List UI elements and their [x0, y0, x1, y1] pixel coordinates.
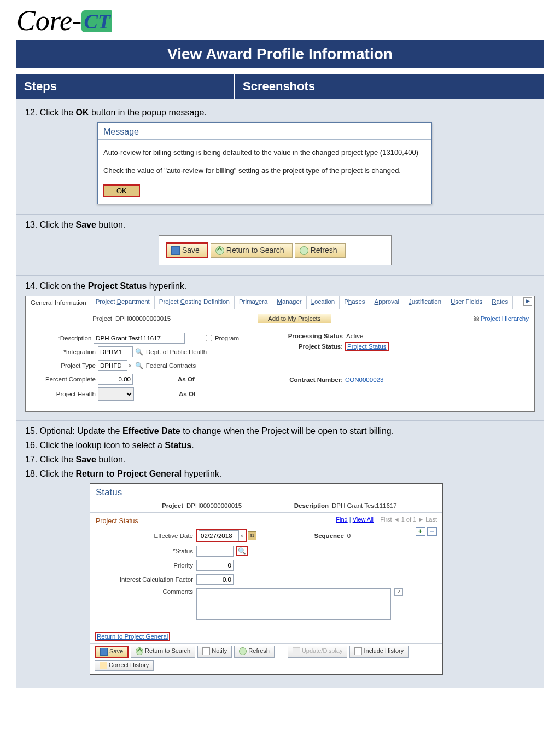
percent-complete-input[interactable]	[98, 374, 133, 385]
processing-status-label: Processing Status	[272, 333, 345, 339]
tab-project-department[interactable]: Project Department	[91, 296, 155, 309]
status-lookup-icon[interactable]: 🔍	[236, 546, 248, 556]
logo-core: Core-	[16, 5, 81, 36]
sp-project-label: Project	[96, 502, 186, 509]
pager-next-icon: ►	[418, 516, 425, 523]
header-screenshots: Screenshots	[235, 74, 544, 99]
page-title: View Award Profile Information	[16, 40, 544, 68]
tab-primavera[interactable]: Primavera	[235, 296, 272, 309]
contract-number-label: Contract Number:	[272, 377, 345, 383]
tab-justification[interactable]: Justification	[404, 296, 446, 309]
save-icon	[171, 246, 180, 255]
tab-user-fields[interactable]: User Fields	[446, 296, 487, 309]
status-title: Status	[90, 484, 442, 499]
refresh-button[interactable]: Refresh	[295, 243, 346, 258]
popup-message: Message Auto-review for billing setting …	[97, 122, 432, 204]
comments-label: Comments	[96, 588, 196, 595]
tabs: General Information Project Department P…	[26, 296, 534, 309]
find-link[interactable]: Find	[336, 516, 347, 523]
sp-desc-value: DPH Grant Test111617	[332, 502, 397, 509]
sp-project-value: DPH000000000015	[186, 502, 285, 509]
sequence-value: 0	[347, 532, 351, 539]
popup-line2: Check the value of "auto-review for bill…	[103, 166, 426, 175]
percent-complete-label: Percent Complete	[31, 376, 98, 383]
contract-number-link[interactable]: CON0000023	[345, 377, 383, 383]
comments-popout-icon[interactable]: ↗	[394, 588, 403, 596]
save-icon	[100, 648, 108, 656]
footer-save-button[interactable]: Save	[95, 646, 129, 658]
update-icon	[293, 647, 300, 655]
return-icon	[215, 246, 224, 255]
footer-return-button[interactable]: Return to Search	[131, 646, 195, 658]
tab-location[interactable]: Location	[307, 296, 340, 309]
tabs-scroll-right-icon[interactable]: ▶	[523, 297, 532, 306]
footer-refresh-button[interactable]: Refresh	[234, 646, 275, 658]
viewall-link[interactable]: View All	[353, 516, 374, 523]
return-to-project-general-link[interactable]: Return to Project General	[97, 633, 168, 640]
footer-include-history-button[interactable]: Include History	[349, 646, 409, 658]
program-label: Program	[215, 335, 239, 341]
status-panel: Status Project DPH000000000015 Descripti…	[90, 483, 443, 675]
project-type-input[interactable]	[98, 360, 127, 371]
pager-last: Last	[425, 516, 437, 523]
step14-prefix: 14. Click on the	[25, 281, 88, 291]
ok-button[interactable]: OK	[103, 184, 140, 197]
notify-icon	[202, 647, 210, 655]
step14-suffix: hyperlink.	[147, 281, 186, 291]
tab-manager[interactable]: Manager	[272, 296, 306, 309]
footer-notify-button[interactable]: Notify	[197, 646, 232, 658]
project-health-select[interactable]	[98, 387, 134, 401]
status-field-label: *Status	[96, 548, 196, 554]
description-label: *Description	[31, 335, 94, 341]
logo-ct: CT	[81, 10, 112, 34]
eff-clear-icon[interactable]: ×	[240, 533, 243, 539]
calendar-icon[interactable]: 31	[248, 531, 256, 540]
tab-project-costing-definition[interactable]: Project Costing Definition	[155, 296, 235, 309]
tab-general-information[interactable]: General Information	[26, 297, 91, 309]
step-12: 12. Click the OK button in the popup mes…	[16, 102, 544, 211]
footer-correct-history-button[interactable]: Correct History	[95, 660, 154, 671]
comments-textarea[interactable]	[196, 588, 391, 620]
project-status-label: Project Status:	[272, 343, 345, 350]
step-14: 14. Click on the Project Status hyperlin…	[16, 275, 544, 417]
step12-bold: OK	[75, 108, 89, 117]
add-to-my-projects-button[interactable]: Add to My Projects	[258, 314, 331, 323]
pager-prev-icon: ◄	[394, 516, 401, 523]
refresh-icon	[239, 647, 247, 655]
asof-1: As Of	[178, 376, 195, 383]
popup-title: Message	[98, 123, 431, 140]
step14-bold: Project Status	[88, 281, 147, 291]
sp-desc-label: Description	[285, 502, 332, 509]
processing-status-value: Active	[346, 333, 363, 339]
save-button[interactable]: Save	[166, 242, 208, 258]
tab-approval[interactable]: Approval	[370, 296, 404, 309]
tab-phases[interactable]: Phases	[340, 296, 370, 309]
integration-label: *Integration	[31, 349, 98, 355]
status-input[interactable]	[196, 546, 234, 557]
integration-input[interactable]	[98, 346, 133, 357]
return-to-search-button[interactable]: Return to Search	[211, 243, 293, 258]
effective-date-label: Effective Date	[96, 532, 196, 539]
project-type-lookup-icon[interactable]: 🔍	[135, 362, 143, 369]
description-input[interactable]	[94, 333, 185, 344]
correct-icon	[100, 662, 107, 669]
project-hierarchy-link[interactable]: ⛓ Project Hierarchy	[474, 315, 529, 322]
step13-suffix: button.	[96, 220, 125, 229]
program-checkbox[interactable]	[206, 335, 212, 341]
popup-line1: Auto-review for billing setting is being…	[103, 148, 426, 157]
return-icon	[136, 647, 143, 655]
step12-suffix: button in the popup message.	[89, 108, 206, 117]
general-info-panel: General Information Project Department P…	[25, 296, 535, 412]
step12-prefix: 12. Click the	[25, 108, 75, 117]
project-status-link[interactable]: Project Status	[347, 343, 387, 350]
icf-input[interactable]	[196, 574, 234, 585]
effective-date-input[interactable]	[199, 530, 239, 541]
integration-lookup-icon[interactable]: 🔍	[135, 348, 143, 356]
refresh-icon	[300, 246, 308, 255]
clear-icon[interactable]: ×	[129, 363, 132, 369]
icf-label: Interest Calculation Factor	[96, 576, 196, 583]
integration-text: Dept. of Public Health	[146, 349, 207, 355]
tab-rates[interactable]: Rates	[487, 296, 513, 309]
priority-input[interactable]	[196, 560, 234, 571]
header-steps: Steps	[16, 74, 235, 99]
